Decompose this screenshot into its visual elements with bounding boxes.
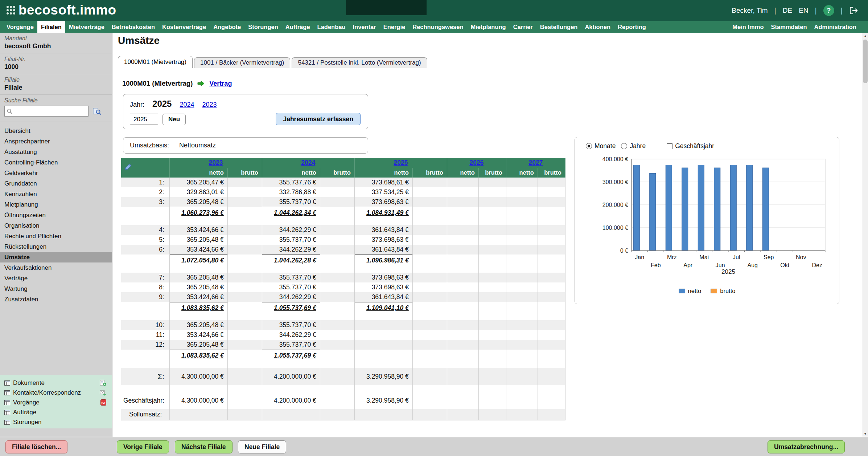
new-mail-icon[interactable] bbox=[100, 390, 106, 396]
brutto-cell-2027 bbox=[538, 350, 565, 361]
logout-icon[interactable] bbox=[849, 6, 859, 15]
netto-cell-2025: 373.698,63 € bbox=[354, 273, 412, 282]
sidebar-item-öffnungszeiten[interactable]: Öffnungszeiten bbox=[0, 210, 112, 220]
sidebar-item-geldverkehr[interactable]: Geldverkehr bbox=[0, 168, 112, 178]
sidebar-item-rückstellungen[interactable]: Rückstellungen bbox=[0, 241, 112, 252]
tab-1001-bäcker-vermietvertrag[interactable]: 1001 / Bäcker (Vermietvertrag) bbox=[194, 57, 290, 68]
tab-1000m01-mietvertrag[interactable]: 1000M01 (Mietvertrag) bbox=[118, 56, 193, 68]
brutto-cell-2023 bbox=[227, 282, 262, 292]
jahr-link-2024[interactable]: 2024 bbox=[180, 101, 194, 109]
sidebar-item-wartung[interactable]: Wartung bbox=[0, 284, 112, 294]
svg-text:Aug: Aug bbox=[748, 262, 758, 268]
nav-item-vorgänge[interactable]: Vorgänge bbox=[3, 21, 37, 33]
year-link-2026[interactable]: 2026 bbox=[469, 159, 484, 166]
sidebar-item-übersicht[interactable]: Übersicht bbox=[0, 126, 112, 136]
jahr-link-2023[interactable]: 2023 bbox=[202, 101, 217, 109]
sidebar-bottom-item-aufträge[interactable]: Aufträge bbox=[2, 407, 110, 417]
sidebar-item-organisation[interactable]: Organisation bbox=[0, 220, 112, 231]
nav-item-aufträge[interactable]: Aufträge bbox=[282, 21, 314, 33]
jahr-input[interactable] bbox=[130, 114, 158, 125]
year-link-2024[interactable]: 2024 bbox=[301, 159, 315, 166]
checkbox-geschaeftsjahr[interactable] bbox=[667, 143, 672, 149]
sidebar-item-verträge[interactable]: Verträge bbox=[0, 273, 112, 284]
filiale-loeschen-button[interactable]: Filiale löschen... bbox=[5, 440, 67, 453]
search-go-icon[interactable] bbox=[91, 106, 102, 116]
sidebar-item-ausstattung[interactable]: Ausstattung bbox=[0, 147, 112, 157]
sidebar-item-zusatzdaten[interactable]: Zusatzdaten bbox=[0, 294, 112, 305]
sidebar-bottom-item-dokumente[interactable]: Dokumente bbox=[2, 378, 110, 388]
radio-monate[interactable] bbox=[586, 143, 592, 149]
nav-item-filialen[interactable]: Filialen bbox=[37, 21, 65, 33]
brutto-cell-2027 bbox=[538, 340, 565, 350]
radio-jahre[interactable] bbox=[621, 143, 627, 149]
radio-jahre-label[interactable]: Jahre bbox=[630, 142, 646, 150]
nav-item-betriebskosten[interactable]: Betriebskosten bbox=[108, 21, 159, 33]
year-link-2023[interactable]: 2023 bbox=[209, 159, 223, 166]
nav-item-bestellungen[interactable]: Bestellungen bbox=[536, 21, 581, 33]
sidebar-bottom-item-vorgänge[interactable]: VorgängePDF bbox=[2, 398, 110, 407]
spacer-cell bbox=[412, 219, 447, 225]
nav-item-stammdaten[interactable]: Stammdaten bbox=[768, 21, 811, 33]
sidebar-item-umsätze[interactable]: Umsätze bbox=[0, 252, 112, 262]
sidebar-item-rechte-und-pflichten[interactable]: Rechte und Pflichten bbox=[0, 231, 112, 241]
spacer-cell bbox=[506, 266, 538, 273]
umsatzbasis-value: Nettoumsatz bbox=[179, 142, 216, 149]
contract-row: 1000M01 (Mietvertrag) Vertrag bbox=[122, 80, 232, 87]
sidebar-item-controlling-flächen[interactable]: Controlling-Flächen bbox=[0, 157, 112, 168]
nav-item-störungen[interactable]: Störungen bbox=[244, 21, 282, 33]
jahresumsatz-erfassen-button[interactable]: Jahresumsatz erfassen bbox=[276, 113, 361, 125]
vorige-filiale-button[interactable]: Vorige Filiale bbox=[117, 440, 169, 453]
filiale-search-field[interactable] bbox=[4, 106, 89, 117]
brutto-cell-2027 bbox=[538, 409, 565, 420]
new-document-icon[interactable] bbox=[100, 380, 106, 386]
checkbox-geschaeftsjahr-label[interactable]: Geschäftsjahr bbox=[675, 142, 714, 150]
neue-filiale-button[interactable]: Neue Filiale bbox=[238, 440, 286, 453]
sidebar-item-kennzahlen[interactable]: Kennzahlen bbox=[0, 189, 112, 199]
umsatzabrechnung-button[interactable]: Umsatzabrechnung... bbox=[768, 440, 845, 453]
nav-item-mietverträge[interactable]: Mietverträge bbox=[65, 21, 108, 33]
nav-item-inventar[interactable]: Inventar bbox=[349, 21, 380, 33]
nav-item-carrier[interactable]: Carrier bbox=[510, 21, 536, 33]
radio-monate-label[interactable]: Monate bbox=[595, 142, 616, 150]
spacer-row bbox=[121, 385, 565, 392]
sidebar-item-verkaufsaktionen[interactable]: Verkaufsaktionen bbox=[0, 262, 112, 273]
sidebar-item-ansprechpartner[interactable]: Ansprechpartner bbox=[0, 136, 112, 147]
scrollbar-thumb[interactable] bbox=[863, 40, 868, 83]
nav-item-aktionen[interactable]: Aktionen bbox=[581, 21, 614, 33]
spacer-cell bbox=[506, 361, 538, 368]
pdf-icon[interactable]: PDF bbox=[100, 399, 106, 406]
sidebar-item-grunddaten[interactable]: Grunddaten bbox=[0, 178, 112, 189]
nav-item-reporting[interactable]: Reporting bbox=[614, 21, 650, 33]
lang-en-link[interactable]: EN bbox=[799, 7, 808, 15]
nav-item-kostenverträge[interactable]: Kostenverträge bbox=[159, 21, 210, 33]
netto-cell-2023: 1.060.273,96 € bbox=[169, 207, 227, 219]
brutto-cell-2024 bbox=[320, 273, 354, 282]
nav-item-administration[interactable]: Administration bbox=[811, 21, 860, 33]
netto-cell-2027 bbox=[506, 235, 538, 245]
sidebar-bottom-item-kontakte-korrespondenz[interactable]: Kontakte/Korrespondenz bbox=[2, 388, 110, 398]
nav-item-rechnungswesen[interactable]: Rechnungswesen bbox=[409, 21, 467, 33]
naechste-filiale-button[interactable]: Nächste Filiale bbox=[175, 440, 233, 453]
edit-pencil-icon[interactable] bbox=[121, 158, 169, 178]
nav-item-energie[interactable]: Energie bbox=[380, 21, 409, 33]
filiale-search-input[interactable] bbox=[15, 106, 87, 116]
sidebar-item-mietplanung[interactable]: Mietplanung bbox=[0, 199, 112, 210]
neu-button[interactable]: Neu bbox=[163, 114, 186, 125]
jahr-row: Jahr: 2025 2024 2023 bbox=[130, 99, 217, 109]
brutto-cell-2025 bbox=[412, 320, 447, 330]
help-icon[interactable]: ? bbox=[823, 5, 834, 16]
vertrag-link[interactable]: Vertrag bbox=[209, 80, 232, 87]
scrollbar-down-arrow[interactable]: ▼ bbox=[862, 431, 868, 437]
lang-de-link[interactable]: DE bbox=[783, 7, 792, 15]
nav-item-angebote[interactable]: Angebote bbox=[210, 21, 244, 33]
nav-item-ladenbau[interactable]: Ladenbau bbox=[314, 21, 349, 33]
app-logo[interactable]: becosoft.immo bbox=[7, 3, 116, 17]
nav-item-mietplanung[interactable]: Mietplanung bbox=[467, 21, 510, 33]
year-link-2025[interactable]: 2025 bbox=[394, 159, 408, 166]
tab-54321-poststelle-inkl-lotto-vermietvertrag[interactable]: 54321 / Poststelle inkl. Lotto (Vermietv… bbox=[292, 57, 427, 68]
vertical-scrollbar[interactable]: ▲ ▼ bbox=[862, 33, 868, 437]
scrollbar-up-arrow[interactable]: ▲ bbox=[862, 33, 868, 39]
sidebar-bottom-item-störungen[interactable]: Störungen bbox=[2, 417, 110, 427]
year-link-2027[interactable]: 2027 bbox=[528, 159, 543, 166]
nav-item-mein-immo[interactable]: Mein Immo bbox=[729, 21, 767, 33]
